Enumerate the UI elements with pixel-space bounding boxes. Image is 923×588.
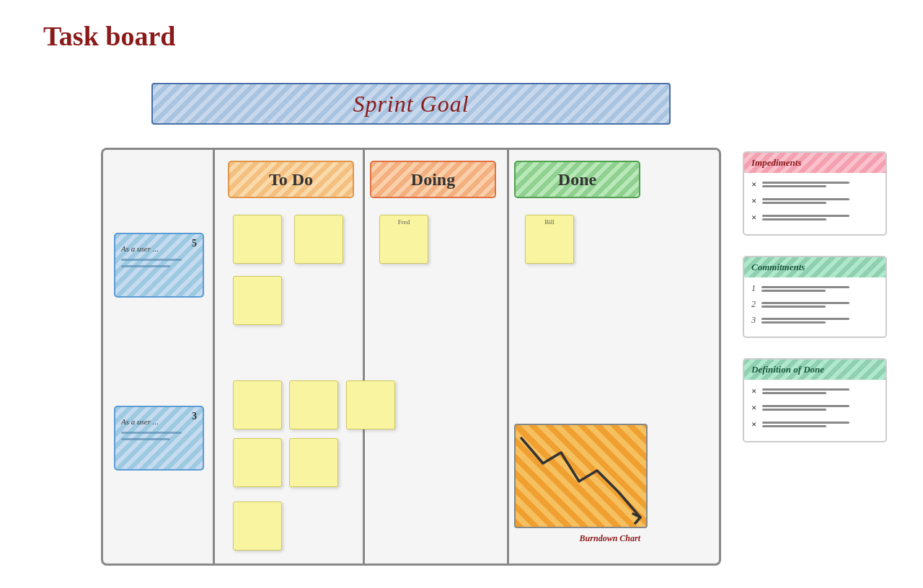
task-area: To Do Doing Done Fred Bill bbox=[215, 150, 719, 564]
column-header-todo: To Do bbox=[228, 161, 354, 198]
commitment-num-1: 1 bbox=[751, 283, 756, 294]
impediment-marker-1: × bbox=[751, 179, 756, 190]
sticky-todo-4[interactable] bbox=[233, 380, 282, 429]
impediment-marker-3: × bbox=[751, 212, 756, 223]
sticky-todo-6[interactable] bbox=[346, 380, 395, 429]
sticky-doing-1[interactable]: Fred bbox=[379, 215, 428, 264]
sticky-todo-3[interactable] bbox=[233, 276, 282, 325]
line bbox=[762, 392, 826, 394]
story-card-1[interactable]: 5 As a user ... bbox=[114, 233, 204, 298]
column-header-done: Done bbox=[514, 161, 640, 198]
story-card-2-lines bbox=[121, 432, 197, 440]
page-title: Task board bbox=[43, 20, 175, 52]
commitments-card: Commitments 1 2 3 bbox=[743, 256, 887, 338]
impediment-lines-1 bbox=[762, 182, 878, 187]
dod-row-3: × bbox=[751, 419, 878, 430]
impediment-lines-2 bbox=[762, 198, 878, 204]
dod-lines-1 bbox=[762, 388, 878, 394]
burndown-label: Burndown Chart bbox=[580, 533, 640, 544]
story-card-1-number: 5 bbox=[192, 238, 197, 249]
sticky-todo-2[interactable] bbox=[294, 215, 343, 264]
commitment-lines-1 bbox=[761, 286, 878, 292]
burndown-background bbox=[514, 424, 648, 528]
line bbox=[762, 182, 849, 184]
doing-label: Doing bbox=[411, 170, 455, 190]
story-line bbox=[121, 265, 170, 267]
line bbox=[762, 422, 849, 424]
burndown-chart-area: Burndown Chart bbox=[514, 424, 648, 528]
story-card-2-number: 3 bbox=[192, 411, 197, 422]
todo-label: To Do bbox=[269, 170, 313, 190]
right-panel: Impediments × × × bbox=[743, 151, 894, 463]
impediments-body: × × × bbox=[744, 173, 886, 234]
impediments-header: Impediments bbox=[744, 153, 886, 173]
dod-lines-2 bbox=[762, 405, 878, 411]
sticky-done-1-label: Bill bbox=[526, 215, 573, 226]
sticky-todo-1[interactable] bbox=[233, 215, 282, 264]
line bbox=[762, 405, 849, 407]
sticky-todo-5[interactable] bbox=[289, 380, 338, 429]
dod-row-2: × bbox=[751, 402, 878, 414]
dod-row-1: × bbox=[751, 386, 878, 397]
burndown-svg bbox=[514, 424, 648, 528]
story-line bbox=[121, 438, 170, 440]
dod-header: Definition of Done bbox=[744, 360, 886, 380]
story-line bbox=[121, 259, 182, 261]
dod-lines-3 bbox=[762, 422, 878, 427]
commitment-lines-2 bbox=[761, 302, 878, 308]
commitment-num-2: 2 bbox=[751, 299, 756, 310]
definition-of-done-card: Definition of Done × × × bbox=[743, 358, 887, 442]
sticky-todo-7[interactable] bbox=[233, 438, 282, 487]
divider-todo-doing bbox=[363, 150, 365, 564]
column-header-doing: Doing bbox=[370, 161, 496, 198]
commitment-row-3: 3 bbox=[751, 315, 878, 326]
commitments-header: Commitments bbox=[744, 257, 886, 277]
line bbox=[762, 425, 826, 427]
line bbox=[761, 302, 849, 304]
impediment-row-1: × bbox=[751, 179, 878, 190]
line bbox=[761, 286, 849, 288]
sticky-doing-1-label: Fred bbox=[380, 215, 428, 226]
impediment-row-3: × bbox=[751, 212, 878, 223]
story-card-1-text: As a user ... bbox=[121, 244, 197, 253]
line bbox=[762, 388, 849, 391]
dod-marker-2: × bbox=[751, 402, 756, 414]
line bbox=[762, 218, 826, 220]
sticky-todo-8[interactable] bbox=[289, 438, 338, 487]
impediment-marker-2: × bbox=[751, 195, 756, 207]
commitment-row-2: 2 bbox=[751, 299, 878, 310]
dod-body: × × × bbox=[744, 380, 886, 441]
sprint-goal-banner: Sprint Goal bbox=[151, 83, 671, 125]
sticky-done-1[interactable]: Bill bbox=[525, 215, 574, 264]
line bbox=[761, 321, 826, 324]
commitment-row-1: 1 bbox=[751, 283, 878, 294]
done-label: Done bbox=[558, 170, 596, 190]
commitment-num-3: 3 bbox=[751, 315, 756, 326]
impediment-lines-3 bbox=[762, 215, 878, 220]
dod-marker-1: × bbox=[751, 386, 756, 397]
sprint-goal-text: Sprint Goal bbox=[353, 91, 469, 117]
line bbox=[761, 318, 849, 320]
sticky-todo-9[interactable] bbox=[233, 502, 282, 551]
task-board: 5 As a user ... 3 As a user ... To Do D bbox=[101, 148, 721, 566]
line bbox=[762, 185, 826, 187]
story-line bbox=[121, 432, 182, 434]
story-card-2-text: As a user ... bbox=[121, 417, 197, 426]
line bbox=[762, 409, 826, 411]
line bbox=[762, 202, 826, 204]
commitments-body: 1 2 3 bbox=[744, 277, 886, 337]
impediment-row-2: × bbox=[751, 195, 878, 207]
line bbox=[761, 290, 826, 292]
story-card-1-lines bbox=[121, 259, 197, 267]
impediments-card: Impediments × × × bbox=[743, 151, 887, 236]
divider-doing-done bbox=[507, 150, 509, 564]
dod-marker-3: × bbox=[751, 419, 756, 430]
line bbox=[762, 198, 849, 200]
line bbox=[761, 306, 826, 308]
story-card-2[interactable]: 3 As a user ... bbox=[114, 406, 204, 471]
user-story-column: 5 As a user ... 3 As a user ... bbox=[103, 150, 215, 564]
line bbox=[762, 215, 849, 217]
commitment-lines-3 bbox=[761, 318, 878, 324]
